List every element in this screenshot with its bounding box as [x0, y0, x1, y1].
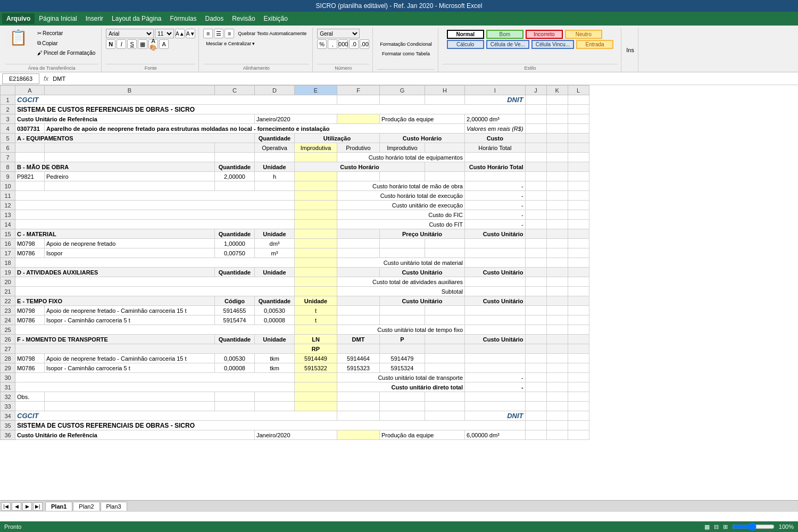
cell-20-a[interactable] — [15, 277, 295, 287]
cell-12-i[interactable]: - — [465, 201, 526, 210]
cell-28-i[interactable] — [465, 354, 526, 363]
cell-23-f[interactable] — [337, 306, 380, 315]
cell-27-g[interactable] — [380, 344, 425, 354]
cell-32-f[interactable] — [337, 392, 380, 402]
cell-7-e[interactable] — [295, 153, 337, 162]
cell-28-e[interactable]: 5914449 — [295, 354, 337, 363]
cell-19-d[interactable]: Unidade — [255, 268, 295, 277]
thousands-button[interactable]: 000 — [338, 39, 348, 49]
fill-color-button[interactable]: A🎨 — [148, 39, 158, 49]
cell-16-i[interactable] — [465, 239, 526, 248]
cell-10-e[interactable] — [295, 181, 337, 191]
cell-6-i[interactable]: Horário Total — [465, 143, 526, 153]
cell-4-i[interactable]: Valores em reais (R$) — [465, 124, 526, 134]
cell-35-a[interactable]: SISTEMA DE CUSTOS REFERENCIAIS DE OBRAS … — [15, 421, 526, 430]
cell-6-e[interactable]: Improdutiva — [295, 143, 337, 153]
cell-24-d[interactable]: 0,00008 — [255, 315, 295, 325]
percent-button[interactable]: % — [317, 39, 327, 49]
cell-26-e[interactable]: LN — [295, 335, 337, 344]
align-left-button[interactable]: ≡ — [203, 29, 213, 38]
italic-button[interactable]: I — [117, 39, 126, 49]
cell-10-a[interactable] — [15, 181, 45, 191]
formula-input[interactable] — [53, 73, 796, 84]
cell-17-e[interactable] — [295, 248, 337, 258]
paste-button[interactable]: 📋 — [5, 29, 31, 47]
cell-17-i[interactable] — [465, 248, 526, 258]
style-incorreto[interactable]: Incorreto — [526, 30, 563, 39]
font-size-select[interactable]: 11 — [155, 29, 174, 38]
cell-23-c[interactable]: 5914655 — [215, 306, 255, 315]
cell-22-e[interactable]: Unidade — [295, 296, 337, 306]
cell-29-h[interactable] — [425, 363, 465, 373]
border-button[interactable]: ▦ — [138, 39, 147, 49]
cell-34-f[interactable] — [337, 411, 380, 421]
cell-29-b[interactable]: Isopor - Caminhão carroceria 5 t — [45, 363, 215, 373]
cell-19-g[interactable]: Custo Unitário — [380, 268, 465, 277]
increase-decimal-button[interactable]: .0 — [349, 39, 359, 49]
cell-3-i[interactable]: 2,00000 dm³ — [465, 114, 526, 124]
cell-23-g[interactable] — [380, 306, 425, 315]
cell-11-i[interactable]: - — [465, 191, 526, 201]
cell-21-f[interactable]: Subtotal — [337, 287, 465, 296]
cell-18-e[interactable] — [295, 258, 337, 268]
style-normal[interactable]: Normal — [447, 30, 484, 39]
cell-34-a[interactable]: CGCIT — [15, 411, 337, 421]
menu-layout[interactable]: Layout da Página — [107, 13, 165, 24]
tab-next-button[interactable]: ▶ — [22, 502, 32, 511]
cell-12-a[interactable] — [15, 201, 295, 210]
cell-24-b[interactable]: Isopor - Caminhão carroceria 5 t — [45, 315, 215, 325]
col-header-h[interactable]: H — [425, 86, 465, 95]
cell-31-i[interactable]: - — [465, 383, 526, 392]
cell-22-i[interactable]: Custo Unitário — [465, 296, 526, 306]
cell-15-i[interactable]: Custo Unitário — [465, 229, 526, 239]
cell-26-a[interactable]: F - MOMENTO DE TRANSPORTE — [15, 335, 215, 344]
cell-23-d[interactable]: 0,00530 — [255, 306, 295, 315]
cell-8-h[interactable] — [425, 162, 465, 172]
cell-14-i[interactable]: - — [465, 220, 526, 229]
cell-20-f[interactable]: Custo total de atividades auxiliares — [337, 277, 465, 287]
cell-11-e[interactable] — [295, 191, 337, 201]
cell-9-e[interactable] — [295, 172, 337, 181]
cell-reference-input[interactable] — [2, 73, 39, 84]
cell-24-a[interactable]: M0786 — [15, 315, 45, 325]
format-painter-button[interactable]: 🖌 Pincel de Formatação — [35, 48, 98, 57]
sheet-tab-plan1[interactable]: Plan1 — [45, 502, 72, 511]
cell-31-f[interactable]: Custo unitário direto total — [337, 383, 465, 392]
cell-4-a[interactable]: 0307731 — [15, 124, 45, 134]
cell-6-a[interactable] — [15, 143, 45, 153]
cell-26-i[interactable]: Custo Unitário — [465, 335, 526, 344]
cell-28-h[interactable] — [425, 354, 465, 363]
cell-33-h[interactable] — [425, 402, 465, 411]
cell-30-f[interactable]: Custo unitário total de transporte — [337, 373, 465, 383]
cell-6-h[interactable] — [425, 143, 465, 153]
cell-33-a[interactable] — [15, 402, 45, 411]
cell-18-f[interactable]: Custo unitário total de material — [337, 258, 465, 268]
number-format-select[interactable]: Geral — [317, 29, 360, 38]
cell-6-b[interactable] — [45, 143, 215, 153]
cell-32-e[interactable] — [295, 392, 337, 402]
cell-23-e[interactable]: t — [295, 306, 337, 315]
cell-32-d[interactable] — [255, 392, 295, 402]
cell-24-f[interactable] — [337, 315, 380, 325]
cell-4-b[interactable]: Aparelho de apoio de neoprene fretado pa… — [45, 124, 465, 134]
cell-5-d[interactable]: Utilização — [295, 134, 380, 143]
cell-22-g[interactable]: Custo Unitário — [380, 296, 465, 306]
style-bom[interactable]: Bom — [486, 30, 523, 39]
cell-32-a[interactable]: Obs. — [15, 392, 45, 402]
cell-24-h[interactable] — [425, 315, 465, 325]
cell-29-a[interactable]: M0786 — [15, 363, 45, 373]
cell-25-i[interactable] — [465, 325, 526, 335]
comma-button[interactable]: , — [328, 39, 337, 49]
cell-23-a[interactable]: M0798 — [15, 306, 45, 315]
cell-15-c[interactable]: Quantidade — [215, 229, 255, 239]
cell-9-a[interactable]: P9821 — [15, 172, 45, 181]
cell-1-j[interactable] — [525, 95, 546, 105]
font-name-select[interactable]: Arial — [106, 29, 154, 38]
cell-27-f[interactable] — [337, 344, 380, 354]
cell-14-e[interactable] — [295, 220, 337, 229]
cell-15-f[interactable] — [337, 229, 380, 239]
cell-7-d[interactable] — [255, 153, 295, 162]
menu-arquivo[interactable]: Arquivo — [2, 13, 35, 24]
menu-dados[interactable]: Dados — [201, 13, 228, 24]
cell-16-c[interactable]: 1,00000 — [215, 239, 255, 248]
